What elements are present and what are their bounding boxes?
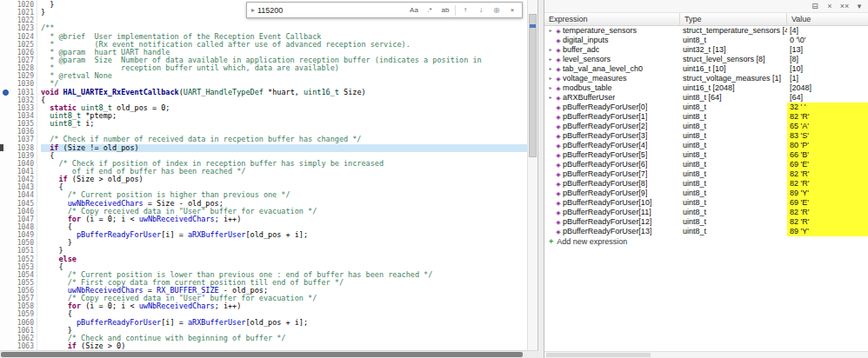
expander-icon[interactable]: ▸ [547, 74, 554, 83]
code-line[interactable]: uint8_t *ptemp; [41, 112, 527, 120]
code-line[interactable]: else [41, 255, 527, 263]
expression-row[interactable]: ◈pBufferReadyForUser[7]uint8_t82 'R' [544, 169, 868, 179]
expression-row[interactable]: ▸◈temperature_sensorsstruct_temperature_… [544, 26, 868, 36]
search-input[interactable] [257, 6, 406, 15]
expression-cell: ◈pBufferReadyForUser[9] [544, 189, 680, 198]
expression-cell: ◈digital_inputs [544, 36, 680, 45]
code-line[interactable]: if (Size > old_pos) [41, 176, 527, 183]
column-header-value[interactable]: Value [787, 13, 868, 25]
expression-row[interactable]: ◈pBufferReadyForUser[3]uint8_t83 'S' [544, 131, 868, 141]
expression-cell: ▸◈buffer_adc [544, 45, 680, 55]
panel-horizontal-scrollbar[interactable] [544, 351, 868, 358]
regex-button[interactable]: .* [423, 3, 437, 17]
add-expression-row[interactable]: + Add new expression [544, 236, 868, 247]
expander-icon[interactable]: ▸ [547, 64, 554, 74]
expression-type: uint8_t [680, 208, 787, 217]
expression-icon: ◈ [554, 169, 563, 179]
breakpoint-margin[interactable] [0, 0, 11, 350]
expression-name: pBufferReadyForUser[7] [563, 169, 647, 179]
expression-row[interactable]: ▸◈aRXBufferUseruint8_t [64][64] [544, 93, 868, 103]
expander-icon[interactable]: ▸ [547, 55, 554, 64]
expression-row[interactable]: ◈pBufferReadyForUser[1]uint8_t82 'R' [544, 112, 868, 122]
expression-row[interactable]: ◈pBufferReadyForUser[10]uint8_t69 'E' [544, 198, 868, 208]
column-header-expression[interactable]: Expression [544, 13, 680, 25]
code-line[interactable]: } [41, 247, 527, 255]
code-area[interactable]: }}/** * @brief User implementation of th… [37, 0, 527, 350]
scrollbar-thumb[interactable] [529, 14, 537, 157]
expression-row[interactable]: ◈pBufferReadyForUser[9]uint8_t89 'Y' [544, 189, 868, 198]
code-line[interactable]: if (Size > 0) [41, 342, 527, 350]
expander-icon[interactable]: ▸ [547, 93, 554, 103]
line-number: 1050 [11, 239, 34, 247]
line-number: 1056 [11, 287, 34, 295]
view-menu-icon[interactable]: ▾ [853, 1, 865, 11]
expression-row[interactable]: ◈pBufferReadyForUser[12]uint8_t82 'R' [544, 217, 868, 227]
highlight-all-button[interactable]: ◎ [490, 3, 504, 17]
expander-icon[interactable]: ▸ [547, 26, 554, 36]
code-line[interactable]: void HAL_UARTEx_RxEventCallback(UART_Han… [41, 89, 527, 96]
editor-horizontal-scrollbar[interactable] [0, 350, 538, 358]
code-line[interactable]: } [41, 239, 527, 247]
scrollbar-thumb[interactable] [1, 352, 523, 357]
column-header-type[interactable]: Type [680, 13, 787, 25]
code-line[interactable]: * reception buffer until which, data are… [41, 64, 527, 72]
line-number: 1024 [11, 33, 34, 41]
close-find-button[interactable]: × [505, 3, 519, 17]
expression-type: uint8_t [680, 122, 787, 131]
code-line[interactable]: for (i = 0; i < uwNbReceivedChars; i++) [41, 215, 527, 223]
expression-row[interactable]: ◈pBufferReadyForUser[0]uint8_t32 ' ' [544, 103, 868, 112]
breakpoint-icon[interactable] [3, 90, 9, 96]
line-number-gutter: 1020102110221023102410251026102710281029… [11, 0, 37, 350]
line-number: 1021 [11, 9, 34, 17]
expression-row[interactable]: ▸◈voltage_measuresstruct_voltage_measure… [544, 74, 868, 83]
code-token: if [68, 341, 77, 350]
whole-word-button[interactable]: ab [438, 3, 452, 17]
expression-row[interactable]: ◈pBufferReadyForUser[5]uint8_t66 'B' [544, 150, 868, 160]
expression-name: pBufferReadyForUser[4] [563, 141, 647, 150]
code-token: (Size > old_pos) [68, 175, 144, 183]
expression-type: struct_voltage_measures [1] [680, 74, 787, 83]
expression-row[interactable]: ◈pBufferReadyForUser[13]uint8_t89 'Y' [544, 227, 868, 236]
editor-vertical-scrollbar[interactable] [527, 0, 537, 350]
expression-name: digital_inputs [563, 36, 609, 45]
expression-row[interactable]: ▸◈level_sensorsstruct_level_sensors [8][… [544, 55, 868, 64]
find-previous-button[interactable]: ↑ [458, 3, 472, 17]
expression-icon: ◈ [554, 131, 563, 141]
expression-type: uint8_t [680, 131, 787, 141]
code-line[interactable]: if (Size != old_pos) [41, 144, 527, 152]
expression-type: uint8_t [64] [680, 93, 787, 103]
expander-icon[interactable]: ▸ [547, 45, 554, 55]
expression-icon: ◈ [554, 103, 563, 112]
remove-all-expressions-icon[interactable]: ×× [838, 1, 851, 11]
expression-value: [8] [787, 55, 868, 64]
expression-row[interactable]: ▸◈tab_val_ana_level_ch0uint16_t [10][10] [544, 64, 868, 74]
expression-cell: ▸◈voltage_measures [544, 74, 680, 83]
expression-row[interactable]: ◈digital_inputsuint8_t0 '\0' [544, 36, 868, 45]
collapse-all-icon[interactable]: ⊟ [809, 1, 821, 11]
expander-icon[interactable]: ▸ [547, 83, 554, 93]
line-number: 1058 [11, 302, 34, 310]
code-line[interactable]: pBufferReadyForUser[i] = aRXBufferUser[o… [41, 319, 527, 327]
find-next-button[interactable]: ↓ [474, 3, 488, 17]
scrollbar-thumb[interactable] [546, 353, 651, 357]
expression-row[interactable]: ◈pBufferReadyForUser[11]uint8_t82 'R' [544, 208, 868, 217]
expression-cell: ▸◈aRXBufferUser [544, 93, 680, 103]
match-case-button[interactable]: Aa [407, 3, 421, 17]
expression-icon: ◈ [554, 93, 563, 103]
expression-row[interactable]: ▸◈buffer_adcuint32_t [13][13] [544, 45, 868, 55]
code-line[interactable]: for (i = 0; i < uwNbReceivedChars; i++) [41, 302, 527, 310]
expression-cell: ▸◈temperature_sensors [544, 26, 680, 36]
expression-row[interactable]: ◈pBufferReadyForUser[4]uint8_t80 'P' [544, 141, 868, 150]
code-line[interactable]: * @retval None [41, 72, 527, 80]
expression-row[interactable]: ◈pBufferReadyForUser[8]uint8_t82 'R' [544, 179, 868, 189]
expressions-table: ▸◈temperature_sensorsstruct_temperature_… [544, 26, 868, 236]
remove-expression-icon[interactable]: × [824, 1, 836, 11]
code-token: ; [165, 103, 170, 112]
current-line-marker [0, 144, 3, 151]
expression-row[interactable]: ◈pBufferReadyForUser[6]uint8_t69 'E' [544, 160, 868, 169]
expression-name: pBufferReadyForUser[2] [563, 122, 647, 131]
code-line[interactable]: pBufferReadyForUser[i] = aRXBufferUser[o… [41, 231, 527, 239]
expression-row[interactable]: ▸◈modbus_tableuint16_t [2048][2048] [544, 83, 868, 93]
expression-row[interactable]: ◈pBufferReadyForUser[2]uint8_t65 'A' [544, 122, 868, 131]
code-line[interactable]: uint8_t i; [41, 120, 527, 128]
